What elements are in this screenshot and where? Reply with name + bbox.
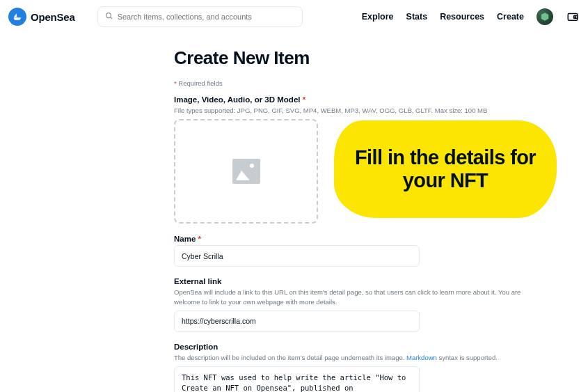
required-note: * Required fields xyxy=(174,79,529,87)
external-link-help: OpenSea will include a link to this URL … xyxy=(174,288,529,306)
brand-name: OpenSea xyxy=(31,11,75,23)
required-text: Required fields xyxy=(177,79,223,87)
media-help: File types supported: JPG, PNG, GIF, SVG… xyxy=(174,106,529,115)
media-dropzone[interactable] xyxy=(174,119,318,224)
description-help: The description will be included on the … xyxy=(174,353,529,362)
svg-marker-2 xyxy=(541,13,549,21)
svg-point-5 xyxy=(575,17,576,18)
media-label: Image, Video, Audio, or 3D Model * xyxy=(174,95,529,104)
avatar[interactable] xyxy=(537,8,553,25)
search-input[interactable] xyxy=(118,13,295,21)
nav: Explore Stats Resources Create xyxy=(362,8,580,25)
external-link-input[interactable] xyxy=(174,311,420,332)
wallet-icon[interactable] xyxy=(566,10,580,24)
name-input[interactable] xyxy=(174,245,420,267)
external-link-field: External link OpenSea will include a lin… xyxy=(174,277,529,343)
page-title: Create New Item xyxy=(174,47,529,69)
name-field: Name * xyxy=(174,235,529,277)
nav-create[interactable]: Create xyxy=(497,12,524,22)
search-icon xyxy=(105,10,113,23)
markdown-link[interactable]: Markdown xyxy=(406,354,437,361)
external-link-label: External link xyxy=(174,277,529,285)
description-input[interactable] xyxy=(174,366,420,392)
description-label: Description xyxy=(174,343,529,351)
opensea-logo-icon xyxy=(8,8,26,26)
annotation-text: Fill in the details for your NFT xyxy=(352,146,539,193)
nav-explore[interactable]: Explore xyxy=(362,12,394,22)
search-bar[interactable] xyxy=(97,6,303,27)
name-label: Name * xyxy=(174,235,529,243)
annotation-callout: Fill in the details for your NFT xyxy=(334,120,557,218)
nav-stats[interactable]: Stats xyxy=(406,12,428,22)
header: OpenSea Explore Stats Resources Create xyxy=(0,0,588,33)
nav-resources[interactable]: Resources xyxy=(440,12,484,22)
description-field: Description The description will be incl… xyxy=(174,343,529,392)
logo[interactable]: OpenSea xyxy=(8,8,75,26)
image-placeholder-icon xyxy=(232,159,260,184)
svg-line-1 xyxy=(110,17,112,19)
svg-point-0 xyxy=(106,13,111,18)
